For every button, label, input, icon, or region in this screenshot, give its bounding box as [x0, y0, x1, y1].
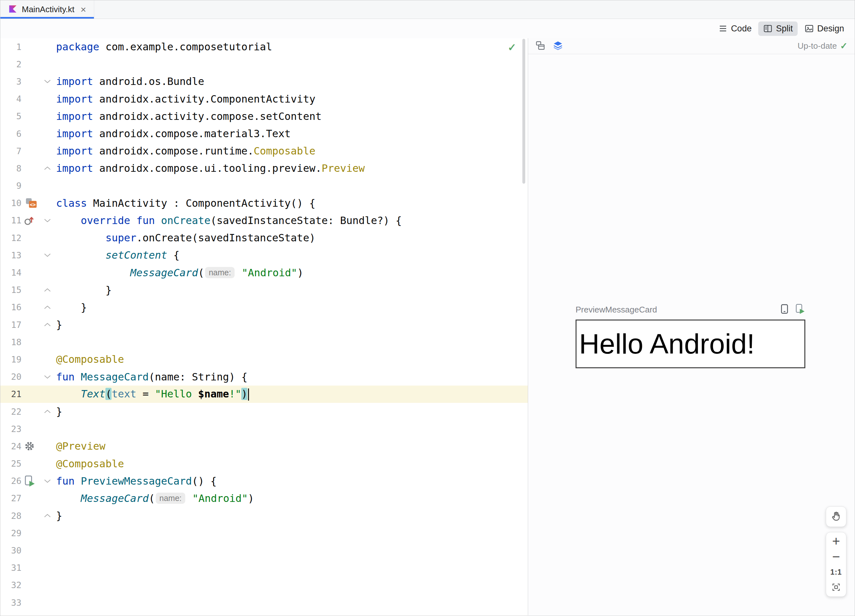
- inspection-ok-icon[interactable]: ✓: [508, 41, 516, 54]
- code-text[interactable]: }: [55, 510, 62, 522]
- mode-split-button[interactable]: Split: [758, 21, 798, 36]
- code-text[interactable]: class MainActivity : ComponentActivity()…: [55, 197, 315, 209]
- code-line[interactable]: 11 override fun onCreate(savedInstanceSt…: [0, 212, 528, 229]
- view-mode-icon[interactable]: [535, 40, 545, 52]
- code-text[interactable]: @Composable: [55, 458, 124, 470]
- active-tab-indicator: [0, 17, 94, 18]
- code-text[interactable]: }: [55, 319, 62, 331]
- parameter-name-hint[interactable]: name:: [156, 493, 185, 504]
- code-line[interactable]: 20fun MessageCard(name: String) {: [0, 368, 528, 386]
- fold-expand-icon[interactable]: [40, 409, 55, 414]
- fold-collapse-icon[interactable]: [40, 253, 55, 258]
- preview-canvas[interactable]: PreviewMessageCard Hello Android!: [528, 54, 855, 615]
- parameter-name-hint[interactable]: name:: [205, 267, 234, 278]
- code-line[interactable]: 3import android.os.Bundle: [0, 73, 528, 90]
- code-line[interactable]: 16 }: [0, 299, 528, 316]
- run-preview-icon[interactable]: [21, 475, 40, 487]
- code-line[interactable]: 1package com.example.composetutorial: [0, 38, 528, 55]
- code-line[interactable]: 21 Text(text = "Hello $name!"): [0, 386, 528, 403]
- zoom-to-fit-button[interactable]: [826, 580, 846, 595]
- code-text[interactable]: MessageCard(name: "Android"): [55, 492, 254, 504]
- code-line[interactable]: 7import androidx.compose.runtime.Composa…: [0, 142, 528, 159]
- code-text[interactable]: override fun onCreate(savedInstanceState…: [55, 215, 402, 227]
- code-text[interactable]: setContent {: [55, 249, 179, 261]
- code-text[interactable]: import androidx.activity.compose.setCont…: [55, 110, 322, 123]
- code-line[interactable]: 2: [0, 55, 528, 73]
- code-line[interactable]: 32: [0, 576, 528, 594]
- code-text[interactable]: package com.example.composetutorial: [55, 41, 272, 53]
- code-line[interactable]: 30: [0, 542, 528, 559]
- code-text[interactable]: MessageCard(name: "Android"): [55, 267, 303, 279]
- code-line[interactable]: 29: [0, 524, 528, 542]
- editor-vertical-scrollbar[interactable]: [522, 39, 525, 184]
- preview-render-frame[interactable]: Hello Android!: [576, 320, 805, 368]
- code-line[interactable]: 31: [0, 559, 528, 576]
- code-line[interactable]: 18: [0, 333, 528, 351]
- fold-collapse-icon[interactable]: [40, 218, 55, 223]
- code-line[interactable]: 24@Preview: [0, 437, 528, 455]
- code-line[interactable]: 6import androidx.compose.material3.Text: [0, 125, 528, 142]
- code-text[interactable]: super.onCreate(savedInstanceState): [55, 232, 315, 244]
- code-text[interactable]: @Composable: [55, 353, 124, 365]
- code-text[interactable]: }: [55, 405, 62, 418]
- code-line[interactable]: 13 setContent {: [0, 247, 528, 264]
- preview-card[interactable]: PreviewMessageCard Hello Android!: [576, 303, 805, 368]
- code-line[interactable]: 23: [0, 420, 528, 437]
- code-text[interactable]: import androidx.activity.ComponentActivi…: [55, 93, 315, 105]
- fold-expand-icon[interactable]: [40, 513, 55, 518]
- code-text[interactable]: import androidx.compose.runtime.Composab…: [55, 145, 315, 157]
- layers-icon[interactable]: [553, 40, 563, 52]
- code-line[interactable]: 34: [0, 611, 528, 615]
- mode-code-button[interactable]: Code: [713, 21, 757, 36]
- fold-collapse-icon[interactable]: [40, 478, 55, 484]
- code-text[interactable]: fun MessageCard(name: String) {: [55, 371, 247, 383]
- fold-expand-icon[interactable]: [40, 322, 55, 327]
- code-line[interactable]: 17}: [0, 316, 528, 333]
- code-line[interactable]: 10<>class MainActivity : ComponentActivi…: [0, 195, 528, 212]
- code-line[interactable]: 27 MessageCard(name: "Android"): [0, 490, 528, 507]
- code-text[interactable]: import androidx.compose.ui.tooling.previ…: [55, 162, 365, 174]
- code-text[interactable]: }: [55, 301, 87, 313]
- zoom-out-button[interactable]: −: [826, 549, 846, 564]
- tab-mainactivity-kt[interactable]: MainActivity.kt ×: [0, 0, 94, 18]
- code-text[interactable]: fun PreviewMessageCard() {: [55, 475, 217, 487]
- run-preview-on-device-icon[interactable]: [795, 303, 805, 316]
- code-line[interactable]: 15 }: [0, 281, 528, 299]
- class-gutter-icon[interactable]: <>: [21, 197, 40, 209]
- code-line[interactable]: 19@Composable: [0, 351, 528, 368]
- code-line[interactable]: 9: [0, 177, 528, 195]
- tab-close-icon[interactable]: ×: [80, 5, 86, 14]
- code-line[interactable]: 33: [0, 594, 528, 611]
- code-line[interactable]: 8import androidx.compose.ui.tooling.prev…: [0, 159, 528, 177]
- line-number: 20: [0, 372, 21, 382]
- code-line[interactable]: 12 super.onCreate(savedInstanceState): [0, 229, 528, 247]
- code-line[interactable]: 4import androidx.activity.ComponentActiv…: [0, 90, 528, 108]
- code-text[interactable]: }: [55, 284, 112, 296]
- code-line[interactable]: 28}: [0, 507, 528, 524]
- code-text[interactable]: @Preview: [55, 440, 106, 452]
- interactive-mode-icon[interactable]: [780, 304, 789, 316]
- line-number: 6: [0, 129, 21, 139]
- preview-settings-gear-icon[interactable]: [21, 441, 40, 452]
- code-text[interactable]: import androidx.compose.material3.Text: [55, 127, 291, 140]
- fold-collapse-icon[interactable]: [40, 79, 55, 84]
- zoom-in-button[interactable]: +: [826, 534, 846, 549]
- fold-collapse-icon[interactable]: [40, 374, 55, 380]
- line-number: 22: [0, 407, 21, 417]
- override-method-icon[interactable]: [21, 215, 40, 226]
- fold-expand-icon[interactable]: [40, 305, 55, 310]
- code-line[interactable]: 26fun PreviewMessageCard() {: [0, 472, 528, 490]
- code-line[interactable]: 5import androidx.activity.compose.setCon…: [0, 108, 528, 125]
- fold-expand-icon[interactable]: [40, 288, 55, 293]
- mode-split-label: Split: [776, 24, 793, 34]
- zoom-actual-size-button[interactable]: 1:1: [826, 564, 846, 580]
- code-line[interactable]: 22}: [0, 403, 528, 420]
- code-line[interactable]: 25@Composable: [0, 455, 528, 472]
- code-text[interactable]: import android.os.Bundle: [55, 75, 204, 87]
- code-text[interactable]: Text(text = "Hello $name!"): [55, 388, 249, 401]
- fold-expand-icon[interactable]: [40, 166, 55, 171]
- mode-design-button[interactable]: Design: [800, 21, 849, 36]
- code-editor[interactable]: 1package com.example.composetutorial23im…: [0, 38, 528, 615]
- pan-tool-button[interactable]: [826, 506, 846, 527]
- code-line[interactable]: 14 MessageCard(name: "Android"): [0, 264, 528, 281]
